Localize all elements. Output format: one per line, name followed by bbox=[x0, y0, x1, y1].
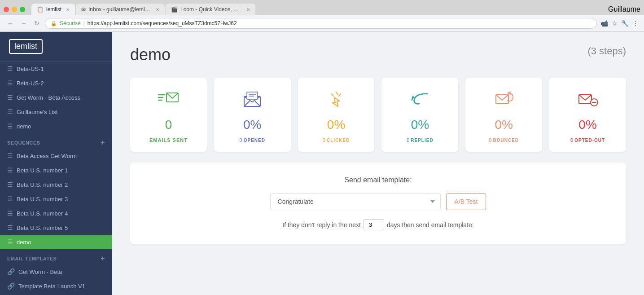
steps-badge: (3 steps) bbox=[587, 45, 626, 57]
stat-card-opted-out: 0% 0 OPTED-OUT bbox=[549, 78, 626, 152]
tab-lemlist[interactable]: 📋 lemlist ✕ bbox=[31, 4, 75, 15]
reply-row: If they don't reply in the next days the… bbox=[148, 219, 608, 230]
stat-sub-bounced: 0 BOUNCED bbox=[489, 137, 519, 143]
list-icon: ☰ bbox=[7, 108, 13, 115]
bookmark-icon: ☆ bbox=[612, 20, 618, 27]
opened-icon bbox=[241, 90, 263, 112]
sequences-section-header: Sequences + bbox=[0, 133, 112, 149]
sidebar-item-label: Guillaume's List bbox=[17, 109, 57, 115]
template-section-title: Send email template: bbox=[148, 176, 608, 184]
stat-sub-replied: 0 REPLIED bbox=[407, 137, 434, 143]
sidebar: lemlist ☰ Beta-US-1 ☰ Beta-US-2 ☰ Get Wo… bbox=[0, 32, 112, 295]
sidebar-item-label: Template Beta Launch V1 bbox=[18, 283, 85, 290]
logo-text: lemlist bbox=[9, 39, 43, 54]
template-select[interactable]: Congratulate bbox=[270, 193, 441, 210]
sidebar-item-demo[interactable]: ☰ demo bbox=[0, 119, 112, 133]
ab-test-button[interactable]: A/B Test bbox=[446, 193, 486, 210]
tab-gmail[interactable]: ✉ Inbox - guillaume@lemlist.com ✕ bbox=[76, 4, 165, 15]
sidebar-item-beta-us-number-1[interactable]: ☰ Beta U.S. number 1 bbox=[0, 163, 112, 177]
list-icon: ☰ bbox=[7, 167, 13, 174]
sidebar-item-demo-active[interactable]: ☰ demo bbox=[0, 235, 112, 249]
svg-line-5 bbox=[244, 101, 250, 106]
tab-favicon: ✉ bbox=[81, 6, 86, 13]
stat-sub-opened: 0 OPENED bbox=[240, 137, 265, 143]
sidebar-item-get-worm[interactable]: ☰ Get Worm - Beta Access bbox=[0, 90, 112, 105]
stat-card-clicked: 0% 0 CLICKED bbox=[298, 78, 375, 152]
sidebar-item-beta-us-1[interactable]: ☰ Beta-US-1 bbox=[0, 62, 112, 76]
address-bar-row: ← → ↻ 🔒 Sécurisé | https://app.lemlist.c… bbox=[0, 15, 644, 32]
stat-label-clicked: CLICKED bbox=[327, 138, 350, 143]
window-controls bbox=[4, 7, 25, 12]
extensions-icon: 🔧 bbox=[621, 20, 629, 27]
stats-grid: 0 EMAILS SENT 0% 0 OPEN bbox=[130, 78, 626, 152]
list-icon: ☰ bbox=[7, 238, 13, 246]
stat-value-replied: 0% bbox=[411, 118, 429, 132]
bounced-icon bbox=[492, 90, 516, 112]
days-input[interactable] bbox=[364, 219, 384, 230]
forward-button[interactable]: → bbox=[19, 19, 29, 28]
tab-favicon: 🎬 bbox=[171, 6, 178, 13]
svg-marker-13 bbox=[333, 97, 340, 106]
sent-icon bbox=[157, 90, 180, 112]
sidebar-item-label: Beta U.S. number 3 bbox=[17, 196, 68, 203]
sidebar-item-label: Get Worm - Beta bbox=[18, 269, 62, 275]
list-icon: ☰ bbox=[7, 224, 13, 231]
reload-button[interactable]: ↻ bbox=[32, 19, 41, 28]
list-icon: ☰ bbox=[7, 195, 13, 203]
list-icon: ☰ bbox=[7, 79, 13, 87]
stat-value-sent: 0 bbox=[165, 118, 172, 132]
add-sequence-button[interactable]: + bbox=[101, 139, 105, 147]
maximize-button[interactable] bbox=[20, 7, 25, 12]
stat-label-bounced: BOUNCED bbox=[493, 138, 519, 143]
reply-text-before: If they don't reply in the next bbox=[282, 221, 361, 229]
address-bar[interactable]: 🔒 Sécurisé | https://app.lemlist.com/seq… bbox=[45, 18, 597, 29]
stat-card-bounced: 0% 0 BOUNCED bbox=[465, 78, 542, 152]
close-button[interactable] bbox=[4, 7, 9, 12]
add-template-button[interactable]: + bbox=[101, 255, 105, 263]
sidebar-item-beta-access-get-worm[interactable]: ☰ Beta Access Get Worm bbox=[0, 149, 112, 163]
back-button[interactable]: ← bbox=[5, 19, 15, 28]
stat-label-sent: EMAILS SENT bbox=[149, 137, 188, 143]
secure-label: Sécurisé bbox=[60, 20, 81, 26]
stat-value-clicked: 0% bbox=[327, 118, 345, 132]
list-icon: ☰ bbox=[7, 210, 13, 217]
sidebar-item-label: demo bbox=[17, 123, 31, 130]
sidebar-item-beta-us-number-3[interactable]: ☰ Beta U.S. number 3 bbox=[0, 192, 112, 206]
list-icon: 🔗 bbox=[7, 268, 15, 275]
sidebar-item-label: Beta-US-1 bbox=[17, 66, 44, 72]
minimize-button[interactable] bbox=[12, 7, 17, 12]
tab-loom[interactable]: 🎬 Loom - Quick Videos, Faster t... ✕ bbox=[166, 4, 255, 15]
sidebar-item-label: Beta U.S. number 1 bbox=[17, 167, 68, 174]
sidebar-item-beta-us-number-5[interactable]: ☰ Beta U.S. number 5 bbox=[0, 220, 112, 235]
user-name: Guillaume bbox=[608, 5, 640, 13]
sequences-section-label: Sequences bbox=[7, 140, 40, 145]
svg-line-6 bbox=[255, 101, 260, 106]
sidebar-item-beta-us-2[interactable]: ☰ Beta-US-2 bbox=[0, 76, 112, 90]
sidebar-item-label: Beta-US-2 bbox=[17, 80, 44, 87]
sidebar-item-label: Beta U.S. number 4 bbox=[17, 210, 68, 217]
sidebar-item-guillaumes-list[interactable]: ☰ Guillaume's List bbox=[0, 105, 112, 119]
tab-label: Inbox - guillaume@lemlist.com bbox=[88, 6, 151, 13]
clicked-icon bbox=[325, 90, 347, 112]
stat-card-emails-sent: 0 EMAILS SENT bbox=[130, 78, 207, 152]
template-row: Congratulate A/B Test bbox=[148, 193, 608, 210]
tab-close-icon[interactable]: ✕ bbox=[156, 7, 159, 12]
stat-card-opened: 0% 0 OPENED bbox=[214, 78, 291, 152]
tab-close-icon[interactable]: ✕ bbox=[246, 7, 250, 12]
tab-close-icon[interactable]: ✕ bbox=[66, 7, 70, 12]
main-content: demo (3 steps) 0 EMAILS SENT bbox=[112, 32, 644, 295]
reply-text-after: days then send email template: bbox=[387, 221, 474, 229]
sidebar-item-beta-us-number-2[interactable]: ☰ Beta U.S. number 2 bbox=[0, 177, 112, 192]
svg-line-12 bbox=[332, 94, 333, 96]
secure-icon: 🔒 bbox=[51, 21, 57, 26]
page-title: demo bbox=[130, 45, 171, 64]
sidebar-item-template-beta-launch[interactable]: 🔗 Template Beta Launch V1 bbox=[0, 279, 112, 293]
stat-label-opened: OPENED bbox=[244, 138, 265, 143]
svg-line-10 bbox=[336, 92, 338, 95]
sidebar-item-get-worm-beta[interactable]: 🔗 Get Worm - Beta bbox=[0, 264, 112, 279]
sidebar-item-beta-us-number-4[interactable]: ☰ Beta U.S. number 4 bbox=[0, 206, 112, 220]
tab-bar: 📋 lemlist ✕ ✉ Inbox - guillaume@lemlist.… bbox=[0, 0, 644, 15]
list-icon: ☰ bbox=[7, 123, 13, 130]
templates-section-label: Email Templates bbox=[7, 256, 57, 261]
svg-line-11 bbox=[339, 94, 341, 96]
